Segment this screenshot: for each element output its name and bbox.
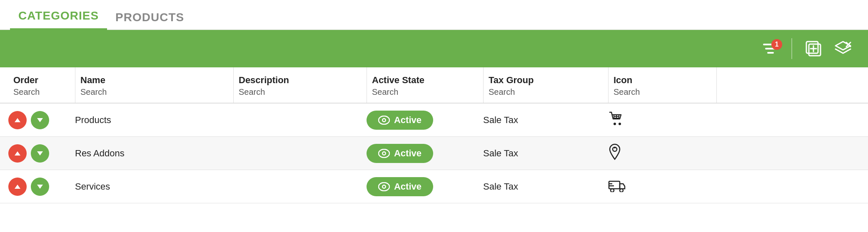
cell-active-state-3: Active xyxy=(367,177,483,196)
cell-name-2: Res Addons xyxy=(75,148,233,159)
add-icon[interactable] xyxy=(806,41,821,57)
cell-tax-2: Sale Tax xyxy=(483,148,608,159)
layers-off-icon[interactable] xyxy=(835,41,851,57)
col-header-active-state: Active State Search xyxy=(367,67,483,103)
svg-point-11 xyxy=(383,119,385,121)
cell-icon-3 xyxy=(608,178,716,195)
active-badge-3[interactable]: Active xyxy=(367,177,433,196)
cart-icon xyxy=(608,111,624,129)
toolbar-divider xyxy=(791,38,792,59)
cell-active-state-2: Active xyxy=(367,144,483,163)
tabs-bar: CATEGORIES PRODUCTS xyxy=(0,0,868,30)
svg-point-18 xyxy=(383,152,385,154)
cell-icon-1 xyxy=(608,111,716,129)
service-truck-icon xyxy=(608,178,626,195)
order-up-button-1[interactable] xyxy=(8,111,27,129)
active-badge-2[interactable]: Active xyxy=(367,144,433,163)
col-header-description: Description Search xyxy=(233,67,367,103)
order-down-button-3[interactable] xyxy=(31,178,49,196)
table-row: Services Active Sale Tax xyxy=(0,170,868,203)
table-container: Order Search Name Search Description Sea… xyxy=(0,67,868,203)
svg-rect-2 xyxy=(767,52,774,54)
table-row: Res Addons Active Sale Tax xyxy=(0,137,868,170)
cell-order-1 xyxy=(8,111,75,129)
svg-point-20 xyxy=(614,147,616,148)
location-pin-icon xyxy=(608,143,621,163)
svg-point-23 xyxy=(383,185,385,188)
col-header-tax-group: Tax Group Search xyxy=(483,67,608,103)
cell-order-2 xyxy=(8,144,75,163)
svg-rect-24 xyxy=(609,181,620,189)
order-up-button-2[interactable] xyxy=(8,144,27,163)
column-headers: Order Search Name Search Description Sea… xyxy=(0,67,868,104)
tab-categories[interactable]: CATEGORIES xyxy=(10,2,107,30)
svg-point-25 xyxy=(611,189,614,192)
cell-order-3 xyxy=(8,178,75,196)
eye-icon-3 xyxy=(378,182,390,191)
filter-badge: 1 xyxy=(771,39,782,50)
order-up-button-3[interactable] xyxy=(8,178,27,196)
svg-point-26 xyxy=(620,189,623,192)
cell-icon-2 xyxy=(608,143,716,163)
filter-icon[interactable]: 1 xyxy=(763,42,778,55)
cell-tax-1: Sale Tax xyxy=(483,115,608,126)
cell-active-state-1: Active xyxy=(367,111,483,130)
svg-point-12 xyxy=(614,123,616,125)
eye-icon-1 xyxy=(378,116,390,125)
toolbar: 1 xyxy=(0,30,868,67)
col-header-extra xyxy=(716,67,860,103)
svg-rect-4 xyxy=(809,44,821,56)
tab-products[interactable]: PRODUCTS xyxy=(107,3,192,30)
order-down-button-2[interactable] xyxy=(31,144,49,163)
active-badge-1[interactable]: Active xyxy=(367,111,433,130)
col-header-order: Order Search xyxy=(8,67,75,103)
col-header-icon: Icon Search xyxy=(608,67,716,103)
svg-point-13 xyxy=(619,123,621,125)
cell-name-1: Products xyxy=(75,115,233,126)
cell-name-3: Services xyxy=(75,181,233,192)
svg-rect-3 xyxy=(806,42,818,53)
col-header-name: Name Search xyxy=(75,67,233,103)
cell-tax-3: Sale Tax xyxy=(483,181,608,192)
table-row: Products Active Sale Tax xyxy=(0,104,868,137)
eye-icon-2 xyxy=(378,149,390,158)
order-down-button-1[interactable] xyxy=(31,111,49,129)
